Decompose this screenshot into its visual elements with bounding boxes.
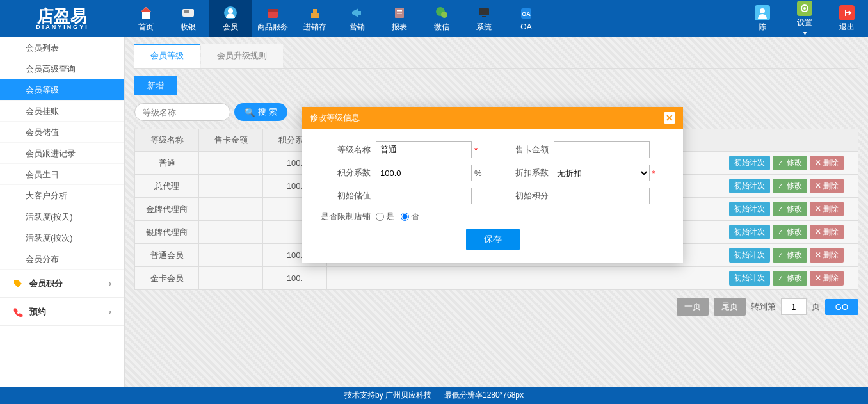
- nav-oa[interactable]: OA OA: [505, 0, 547, 37]
- page-input[interactable]: [781, 298, 807, 315]
- cell-amount: [199, 175, 263, 198]
- nav-label: 商品服务: [257, 22, 288, 33]
- delete-button[interactable]: ✕ 删除: [810, 156, 844, 170]
- nav-system[interactable]: 系统: [463, 0, 505, 37]
- edit-button[interactable]: ∠ 修改: [773, 179, 807, 193]
- edit-button[interactable]: ∠ 修改: [773, 248, 807, 263]
- close-icon[interactable]: ✕: [664, 112, 675, 124]
- nav-marketing[interactable]: 营销: [336, 0, 378, 37]
- amount-label: 售卡金额: [493, 144, 554, 156]
- init-store-input[interactable]: [376, 188, 472, 204]
- radio-yes-label[interactable]: 是: [376, 211, 394, 222]
- sidebar-item-member-list[interactable]: 会员列表: [0, 37, 124, 58]
- nav-user[interactable]: 陈: [741, 0, 784, 37]
- nav-items: 首页 收银 会员 商品服务 进销存 营销 报表 微信: [125, 0, 547, 37]
- sidebar-item-distribution[interactable]: 会员分布: [0, 248, 124, 270]
- prev-page-button[interactable]: 一页: [677, 298, 709, 316]
- svg-rect-6: [268, 9, 278, 12]
- init-count-button[interactable]: 初始计次: [729, 202, 770, 216]
- sidebar-item-birthday[interactable]: 会员生日: [0, 164, 124, 185]
- footer-support: 技术支持by 广州贝应科技: [344, 390, 431, 401]
- user-icon: [755, 5, 770, 20]
- radio-no[interactable]: [401, 213, 409, 221]
- amount-input[interactable]: [554, 141, 650, 158]
- sidebar-item-activity-day[interactable]: 活跃度(按天): [0, 206, 124, 227]
- tab-level[interactable]: 会员等级: [134, 44, 200, 68]
- init-count-button[interactable]: 初始计次: [729, 179, 770, 193]
- last-page-button[interactable]: 尾页: [714, 298, 746, 316]
- name-label: 等级名称: [315, 144, 376, 156]
- save-button[interactable]: 保存: [466, 229, 520, 250]
- cell-amount: [199, 198, 263, 221]
- init-count-button[interactable]: 初始计次: [729, 271, 770, 286]
- nav-label: 微信: [434, 22, 449, 33]
- svg-point-4: [228, 8, 233, 13]
- nav-home[interactable]: 首页: [125, 0, 167, 37]
- search-input[interactable]: [134, 103, 230, 121]
- sidebar-group-points[interactable]: 会员积分 ›: [0, 270, 124, 298]
- chevron-right-icon: ›: [109, 279, 111, 288]
- tabs: 会员等级 会员升级规则: [134, 44, 858, 69]
- sidebar-item-credit[interactable]: 会员挂账: [0, 101, 124, 122]
- sidebar-item-level[interactable]: 会员等级: [0, 79, 124, 101]
- nav-label: 设置: [797, 17, 812, 28]
- init-count-button[interactable]: 初始计次: [729, 248, 770, 263]
- search-button[interactable]: 🔍 搜 索: [234, 103, 287, 121]
- factor-input[interactable]: [376, 165, 472, 181]
- init-points-input[interactable]: [554, 188, 650, 204]
- svg-rect-0: [142, 12, 150, 19]
- oa-icon: OA: [518, 6, 534, 21]
- edit-button[interactable]: ∠ 修改: [773, 156, 807, 170]
- tab-upgrade-rule[interactable]: 会员升级规则: [201, 44, 283, 68]
- nav-settings[interactable]: 设置▾: [784, 0, 826, 37]
- edit-button[interactable]: ∠ 修改: [773, 271, 807, 286]
- sidebar-group-appointment[interactable]: 预约 ›: [0, 298, 124, 326]
- delete-button[interactable]: ✕ 删除: [810, 202, 844, 216]
- restrict-label: 是否限制店铺: [315, 211, 376, 222]
- cell-name: 金卡会员: [135, 267, 199, 290]
- nav-logout[interactable]: 退出: [826, 0, 868, 37]
- name-input[interactable]: [376, 141, 472, 158]
- delete-button[interactable]: ✕ 删除: [810, 271, 844, 286]
- nav-goods[interactable]: 商品服务: [252, 0, 294, 37]
- discount-select[interactable]: 无折扣: [554, 165, 650, 181]
- nav-member[interactable]: 会员: [209, 0, 252, 37]
- edit-button[interactable]: ∠ 修改: [773, 225, 807, 239]
- delete-button[interactable]: ✕ 删除: [810, 248, 844, 263]
- svg-point-14: [441, 12, 447, 18]
- svg-text:OA: OA: [522, 11, 531, 17]
- add-button[interactable]: 新增: [134, 76, 177, 95]
- footer: 技术支持by 广州贝应科技 最低分辨率1280*768px: [0, 387, 868, 404]
- go-button[interactable]: GO: [825, 299, 858, 315]
- radio-no-label[interactable]: 否: [401, 211, 419, 222]
- home-icon: [138, 5, 154, 20]
- required-mark: *: [474, 145, 478, 155]
- cell-name: 总代理: [135, 175, 199, 198]
- tag-icon: [13, 279, 23, 289]
- edit-button[interactable]: ∠ 修改: [773, 202, 807, 216]
- nav-cashier[interactable]: 收银: [167, 0, 209, 37]
- sidebar-item-deposit[interactable]: 会员储值: [0, 122, 124, 143]
- logout-icon: [839, 5, 855, 20]
- modal-body: 等级名称 * 售卡金额 积分系数 % 折扣系数 无折扣 *: [302, 129, 683, 263]
- delete-button[interactable]: ✕ 删除: [810, 225, 844, 239]
- sidebar-group-label: 预约: [29, 306, 46, 318]
- sidebar-item-bigclient[interactable]: 大客户分析: [0, 185, 124, 206]
- sidebar-item-adv-query[interactable]: 会员高级查询: [0, 58, 124, 79]
- svg-rect-8: [313, 9, 317, 13]
- svg-rect-2: [184, 10, 189, 13]
- sidebar-item-activity-count[interactable]: 活跃度(按次): [0, 227, 124, 248]
- init-count-button[interactable]: 初始计次: [729, 225, 770, 239]
- svg-rect-11: [397, 10, 402, 12]
- nav-report[interactable]: 报表: [378, 0, 421, 37]
- cashier-icon: [181, 5, 196, 20]
- nav-label: 首页: [138, 22, 154, 33]
- sidebar-item-follow[interactable]: 会员跟进记录: [0, 143, 124, 164]
- init-count-button[interactable]: 初始计次: [729, 156, 770, 170]
- cell-name: 普通: [135, 152, 199, 175]
- nav-wechat[interactable]: 微信: [421, 0, 463, 37]
- toolbar: 新增: [134, 76, 858, 95]
- nav-inventory[interactable]: 进销存: [294, 0, 336, 37]
- delete-button[interactable]: ✕ 删除: [810, 179, 844, 193]
- radio-yes[interactable]: [376, 213, 384, 221]
